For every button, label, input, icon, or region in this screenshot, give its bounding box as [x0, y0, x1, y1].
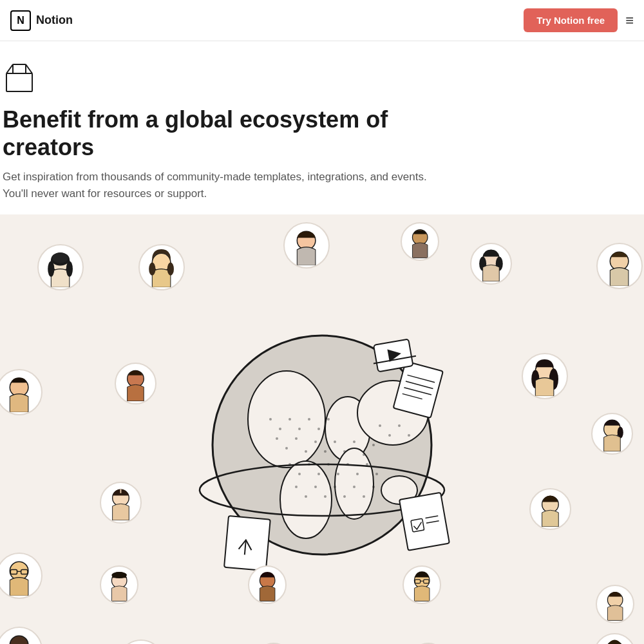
- avatar-15: [248, 565, 287, 604]
- hero-subtitle-1: Get inspiration from thousands of commun…: [3, 169, 479, 185]
- try-notion-button[interactable]: Try Notion free: [524, 8, 618, 32]
- avatar-13: [0, 553, 43, 599]
- svg-rect-62: [399, 493, 450, 551]
- svg-point-19: [343, 450, 346, 453]
- svg-point-70: [53, 252, 68, 263]
- main-content: Benefit from a global ecosystem of creat…: [0, 0, 644, 644]
- svg-point-33: [295, 486, 298, 488]
- svg-point-47: [317, 428, 320, 430]
- svg-point-74: [149, 262, 156, 275]
- avatar-10: [591, 413, 633, 455]
- globe-illustration: [187, 310, 457, 583]
- svg-point-9: [335, 448, 374, 519]
- svg-rect-1: [13, 64, 26, 73]
- avatar-16: [402, 565, 441, 604]
- svg-point-38: [343, 495, 346, 498]
- box-icon: [3, 62, 36, 95]
- svg-point-28: [337, 473, 339, 475]
- svg-point-24: [298, 473, 301, 475]
- svg-point-49: [379, 424, 381, 427]
- svg-point-37: [334, 486, 336, 488]
- svg-point-52: [408, 434, 410, 437]
- svg-point-48: [327, 418, 330, 421]
- avatar-1: [37, 244, 84, 290]
- avatar-2: [138, 244, 185, 290]
- svg-point-45: [298, 428, 301, 430]
- svg-point-36: [324, 495, 327, 498]
- svg-point-18: [334, 440, 336, 443]
- avatar-3: [283, 222, 330, 269]
- svg-point-26: [317, 473, 320, 475]
- hamburger-menu-button[interactable]: ≡: [625, 12, 634, 29]
- header-left: N Notion: [10, 10, 73, 31]
- avatar-12: [529, 488, 571, 530]
- svg-line-2: [6, 64, 13, 73]
- svg-point-42: [269, 418, 272, 421]
- avatar-9: [522, 353, 568, 399]
- avatar-14: [100, 565, 138, 604]
- svg-point-104: [10, 636, 29, 644]
- svg-point-16: [314, 440, 317, 443]
- svg-point-41: [372, 486, 375, 488]
- svg-point-72: [66, 261, 73, 276]
- avatar-8: [0, 369, 43, 415]
- avatar-19: [118, 639, 164, 644]
- svg-point-34: [305, 495, 307, 498]
- svg-point-17: [324, 450, 327, 453]
- svg-point-7: [280, 461, 332, 538]
- logo-letter: N: [17, 15, 24, 26]
- svg-point-71: [48, 261, 55, 276]
- svg-point-44: [289, 418, 291, 421]
- globe-section: [0, 214, 644, 644]
- avatar-6: [596, 243, 643, 289]
- svg-point-43: [279, 428, 281, 430]
- svg-point-13: [285, 447, 288, 450]
- avatar-17: [596, 585, 634, 623]
- svg-point-15: [305, 450, 307, 453]
- svg-point-35: [314, 486, 317, 488]
- hero-subtitle-2: You'll never want for resources or suppo…: [3, 185, 479, 202]
- svg-point-6: [248, 371, 325, 468]
- svg-point-46: [308, 418, 310, 421]
- svg-point-75: [167, 262, 174, 275]
- svg-point-40: [363, 495, 365, 498]
- svg-point-39: [353, 486, 355, 488]
- svg-point-97: [111, 572, 127, 578]
- notion-logo: N: [10, 10, 31, 31]
- svg-rect-0: [6, 73, 32, 91]
- header-title: Notion: [36, 14, 73, 27]
- avatar-18: [0, 627, 43, 644]
- svg-point-50: [388, 434, 391, 437]
- hero-title: Benefit from a global ecosystem of creat…: [3, 106, 428, 161]
- svg-line-3: [26, 64, 32, 73]
- avatar-5: [470, 243, 512, 285]
- avatar-4: [401, 222, 439, 261]
- avatar-22: [594, 633, 636, 644]
- hero-section: Benefit from a global ecosystem of creat…: [0, 41, 644, 202]
- svg-point-32: [375, 473, 378, 475]
- svg-point-51: [398, 424, 401, 427]
- avatar-11: [100, 482, 142, 524]
- svg-point-30: [356, 473, 359, 475]
- svg-point-12: [276, 437, 278, 440]
- svg-point-21: [363, 453, 365, 456]
- svg-point-22: [372, 444, 375, 446]
- header-right: Try Notion free ≡: [524, 8, 634, 32]
- svg-point-20: [353, 440, 355, 443]
- svg-point-14: [295, 437, 298, 440]
- avatar-7: [115, 363, 156, 404]
- header: N Notion Try Notion free ≡: [0, 0, 644, 41]
